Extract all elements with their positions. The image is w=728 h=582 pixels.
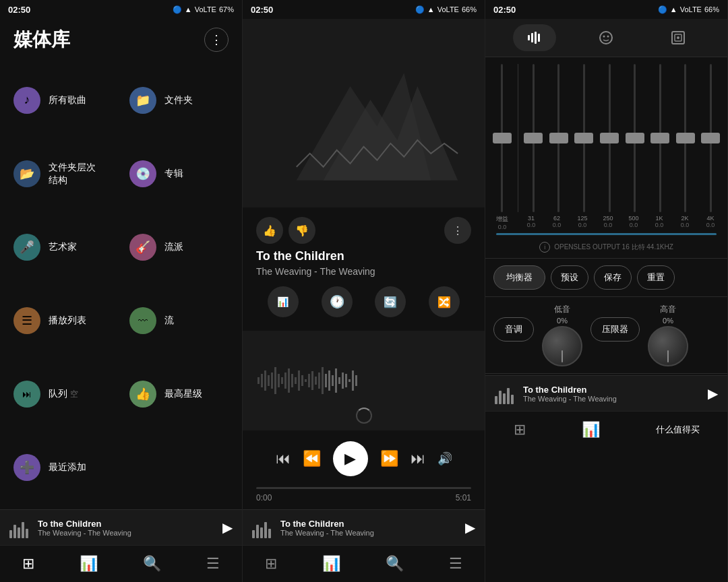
eq-preset-button[interactable]: 预设	[551, 265, 588, 290]
nav-search-2[interactable]: 🔍	[380, 552, 409, 575]
battery-1: 67%	[219, 5, 234, 13]
progress-bar-bg[interactable]	[256, 487, 471, 489]
menu-all-songs[interactable]: ♪ 所有歌曲	[5, 63, 121, 137]
np-play-1[interactable]: ▶	[222, 519, 233, 536]
svg-rect-14	[291, 374, 293, 387]
bass-val: 0%	[557, 317, 568, 325]
eq-track-31[interactable]	[533, 64, 535, 212]
eq-thumb-62[interactable]	[549, 133, 568, 143]
nav-stats-1[interactable]: 📊	[74, 552, 103, 575]
now-playing-bar-1[interactable]: To the Children The Weaving - The Weavin…	[0, 509, 242, 545]
wave-bar	[268, 529, 271, 538]
menu-artists[interactable]: 🎤 艺术家	[5, 210, 121, 284]
sleep-timer-button[interactable]: 🕐	[322, 286, 353, 317]
eq-track-62[interactable]	[557, 64, 559, 212]
eq-sliders-container	[491, 64, 722, 212]
eq-thumb-31[interactable]	[524, 133, 543, 143]
more-options-button[interactable]: ⋮	[444, 217, 471, 244]
eq-info-bar: i OPENSLES OUTPUT 16 比特 44.1KHZ	[485, 238, 727, 257]
fast-forward-button[interactable]: ⏩	[380, 450, 398, 467]
now-playing-bar-2[interactable]: To the Children The Weaving - The Weavin…	[243, 509, 485, 545]
repeat-button[interactable]: 🔄	[375, 286, 406, 317]
menu-recently-added[interactable]: ➕ 最近添加	[5, 430, 237, 504]
menu-stream[interactable]: 〰 流	[121, 284, 237, 357]
eq-thumb-1k[interactable]	[650, 133, 669, 143]
now-playing-info-1: To the Children The Weaving - The Weavin…	[38, 519, 216, 537]
nav-home-1[interactable]: ⊞	[17, 552, 40, 575]
bass-knob[interactable]	[542, 326, 582, 366]
eq-track-1k[interactable]	[659, 64, 661, 212]
nav-menu-2[interactable]: ☰	[444, 552, 468, 575]
album-art	[243, 19, 485, 207]
eq-track-125[interactable]	[583, 64, 585, 212]
nav-stats-3[interactable]: 📊	[576, 418, 605, 441]
play-pause-button[interactable]: ▶	[333, 441, 368, 476]
next-next-button[interactable]: ⏭	[411, 450, 425, 467]
bass-knob-group: 低音 0%	[542, 304, 582, 366]
eq-track-250[interactable]	[609, 64, 611, 212]
eq-band-250	[598, 64, 621, 212]
menu-folder-hierarchy[interactable]: 📂 文件夹层次结构	[5, 137, 121, 210]
wave-bar	[256, 525, 259, 538]
folder-hierarchy-label: 文件夹层次结构	[49, 161, 96, 185]
eq-track-4k[interactable]	[710, 64, 712, 212]
menu-queue[interactable]: ⏭ 队列 空	[5, 357, 121, 430]
limiter-button[interactable]: 压限器	[590, 317, 640, 342]
np-play-3[interactable]: ▶	[708, 385, 718, 401]
nav-stats-2[interactable]: 📊	[317, 552, 346, 575]
visualizer-button[interactable]: 📊	[268, 286, 299, 317]
wave-bar	[499, 391, 502, 404]
dislike-button[interactable]: 👎	[289, 217, 315, 244]
menu-playlists[interactable]: ☰ 播放列表	[5, 284, 121, 357]
eq-val-250: 0.0	[597, 222, 619, 228]
eq-track-gain[interactable]	[501, 64, 503, 212]
menu-genres[interactable]: 🎸 流派	[121, 210, 237, 284]
shuffle-button[interactable]: 🔀	[429, 286, 460, 317]
progress-area[interactable]: 0:00 5:01	[243, 487, 485, 509]
status-icons-3: 🔵 ▲ VoLTE 66%	[658, 5, 719, 14]
eq-thumb-4k[interactable]	[701, 133, 720, 143]
time-1: 02:50	[8, 5, 30, 15]
eq-track-2k[interactable]	[684, 64, 686, 212]
eq-equalizer-button[interactable]: 均衡器	[493, 265, 545, 290]
eq-thumb-250[interactable]	[600, 133, 619, 143]
eq-thumb-gain[interactable]	[493, 133, 512, 143]
like-button[interactable]: 👍	[256, 217, 283, 244]
eq-thumb-125[interactable]	[574, 133, 593, 143]
eq-preamp-bar[interactable]	[496, 233, 717, 235]
np-artist-1: The Weaving - The Weaving	[38, 529, 216, 537]
svg-rect-24	[325, 374, 327, 387]
np-artist-2: The Weaving - The Weaving	[280, 529, 458, 537]
eq-reset-button[interactable]: 重置	[637, 265, 675, 290]
eq-band-1k	[648, 64, 671, 212]
np-play-2[interactable]: ▶	[465, 519, 475, 536]
eq-thumb-2k[interactable]	[676, 133, 695, 143]
menu-folders[interactable]: 📁 文件夹	[121, 63, 237, 137]
svg-rect-13	[288, 368, 290, 393]
now-playing-bar-3[interactable]: To the Children The Weaving - The Weavin…	[485, 375, 727, 411]
prev-prev-button[interactable]: ⏮	[276, 450, 291, 467]
nav-home-2[interactable]: ⊞	[260, 552, 282, 575]
eq-label-125: 125 0.0	[571, 215, 594, 230]
treble-knob[interactable]	[648, 326, 688, 366]
eq-thumb-500[interactable]	[626, 133, 644, 143]
progress-start: 0:00	[256, 493, 272, 503]
eq-tab-surround[interactable]	[657, 24, 700, 51]
nav-home-3[interactable]: ⊞	[508, 418, 531, 441]
eq-tab-face[interactable]	[584, 24, 628, 51]
rewind-button[interactable]: ⏪	[303, 450, 321, 467]
menu-albums[interactable]: 💿 专辑	[121, 137, 237, 210]
volume-button[interactable]: 🔊	[437, 451, 452, 466]
eq-tab-equalizer[interactable]	[513, 24, 556, 51]
nav-search-1[interactable]: 🔍	[138, 552, 166, 575]
tone-button[interactable]: 音调	[493, 317, 534, 342]
nav-menu-1[interactable]: ☰	[201, 552, 225, 575]
eq-save-button[interactable]: 保存	[594, 265, 632, 290]
eq-track-500[interactable]	[634, 64, 636, 212]
nav-brand-3[interactable]: 什么值得买	[650, 421, 705, 439]
menu-top-rated[interactable]: 👍 最高星级	[121, 357, 237, 430]
stream-label: 流	[164, 314, 174, 326]
loading-spinner	[356, 408, 372, 424]
more-button[interactable]: ⋮	[204, 28, 229, 52]
bass-knob-indicator	[562, 350, 563, 362]
